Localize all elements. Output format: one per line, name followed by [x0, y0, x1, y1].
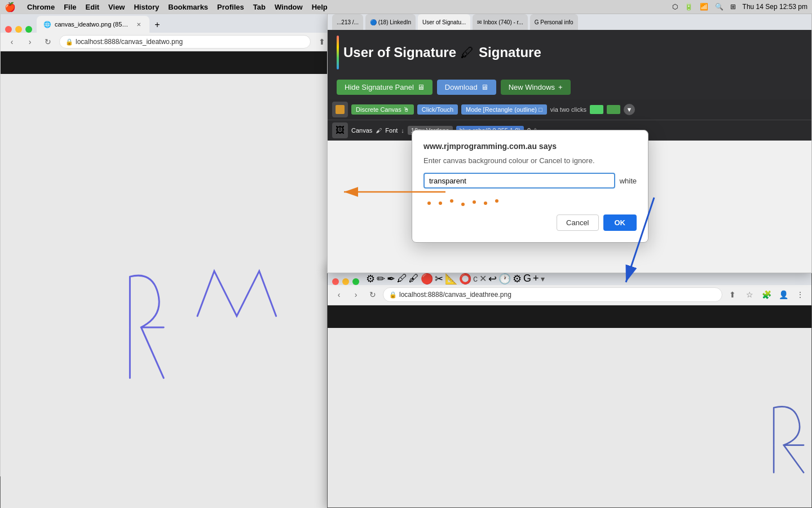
newwindow-btn-label: New Windows: [509, 83, 555, 91]
tab-bar-2: ...213 /... 🔵 (18) LinkedIn User of Sign…: [328, 14, 811, 30]
dialog-ok-button[interactable]: OK: [603, 214, 637, 231]
browser3-tab-icons: ⚙ ✏ ✒ 🖊 🖋 🔴 ✂ 📐 ⭕ c ✕ ↩ 🕐 ⚙ G + ▾: [366, 273, 807, 285]
canvas-logo: 🖼: [332, 122, 348, 138]
download-btn-icon: 🖥: [481, 83, 488, 91]
tab-inbox[interactable]: ✉ Inbox (740) - r...: [473, 14, 527, 30]
apple-menu[interactable]: 🍎: [5, 2, 16, 12]
svg-point-5: [484, 202, 487, 205]
menu-button-3[interactable]: ⋮: [793, 288, 807, 301]
tool-mode-c[interactable]: c: [473, 274, 478, 284]
signature-subtitle: Signature: [479, 45, 541, 60]
tool-icon-history[interactable]: 🕐: [498, 273, 511, 285]
menu-bookmarks[interactable]: Bookmarks: [168, 3, 208, 11]
bluetooth-icon: ⬡: [672, 3, 678, 11]
menu-profiles[interactable]: Profiles: [217, 3, 244, 11]
menu-view[interactable]: View: [108, 3, 125, 11]
maximize-traffic-light[interactable]: [25, 26, 32, 33]
new-tab-button[interactable]: +: [149, 17, 165, 33]
tool-mode-x[interactable]: ✕: [479, 273, 487, 284]
close-btn-3[interactable]: [332, 278, 339, 285]
tool-icon-3[interactable]: ✒: [387, 273, 395, 285]
canvas-label: Canvas: [351, 127, 372, 134]
forward-button-3[interactable]: ›: [349, 288, 363, 301]
wifi-icon: 📶: [700, 3, 708, 11]
reload-button[interactable]: ↻: [41, 35, 55, 49]
dialog-input-field[interactable]: [423, 173, 615, 189]
tool-icon-1[interactable]: ⚙: [366, 273, 375, 285]
menu-help[interactable]: Help: [312, 3, 328, 11]
address-bar-1[interactable]: 🔒 localhost:8888/canvas_ideatwo.png: [59, 35, 311, 49]
download-button[interactable]: Download 🖥: [437, 80, 496, 95]
tool-icon-4[interactable]: 🖊: [397, 273, 407, 284]
signature-color-bar: [337, 36, 339, 69]
browser-window-3: ⚙ ✏ ✒ 🖊 🖋 🔴 ✂ 📐 ⭕ c ✕ ↩ 🕐 ⚙ G + ▾ ‹ ›: [327, 264, 812, 508]
maximize-btn-3[interactable]: [352, 278, 359, 285]
hide-signature-panel-button[interactable]: Hide Signature Panel 🖥: [337, 80, 433, 95]
control-center-icon[interactable]: ⊞: [730, 3, 736, 11]
canvas-area-3: [328, 305, 811, 507]
svg-point-2: [450, 199, 453, 203]
dots-svg: [423, 196, 626, 210]
tool-expand[interactable]: ▾: [541, 274, 545, 283]
back-button[interactable]: ‹: [5, 35, 19, 49]
hide-btn-label: Hide Signature Panel: [345, 83, 414, 91]
dialog-box: www.rjmprogramming.com.au says Enter can…: [412, 130, 648, 243]
canvas-icon: [332, 102, 348, 117]
svg-point-6: [495, 199, 498, 203]
color-swatch-green: [590, 105, 603, 114]
minimize-traffic-light[interactable]: [15, 26, 22, 33]
tab-personal[interactable]: G Personal info: [530, 14, 578, 30]
dropdown-button[interactable]: ▼: [624, 104, 635, 115]
via-two-clicks-label: via two clicks: [550, 106, 586, 113]
search-icon[interactable]: 🔍: [715, 3, 723, 11]
address-bar-3[interactable]: 🔒 localhost:8888/canvas_ideathree.png: [383, 287, 722, 302]
hide-btn-icon: 🖥: [417, 83, 425, 91]
tab-213[interactable]: ...213 /...: [332, 14, 363, 30]
extensions-button-3[interactable]: 🧩: [760, 288, 773, 301]
tool-icon-7[interactable]: ✂: [435, 273, 443, 285]
click-touch-button[interactable]: Click/Touch: [417, 104, 458, 115]
minimize-btn-3[interactable]: [342, 278, 349, 285]
back-button-3[interactable]: ‹: [332, 288, 346, 301]
download-btn-label: Download: [445, 83, 478, 91]
tool-icon-back[interactable]: ↩: [488, 273, 497, 285]
tool-icon-settings[interactable]: ⚙: [513, 273, 522, 285]
font-label: Font: [385, 127, 398, 134]
canvas3-drawing[interactable]: [328, 328, 811, 507]
close-traffic-light[interactable]: [5, 26, 12, 33]
menu-window[interactable]: Window: [275, 3, 303, 11]
tool-add-button[interactable]: +: [533, 273, 539, 284]
tool-icon-6[interactable]: 🔴: [421, 273, 433, 285]
menu-edit[interactable]: Edit: [86, 3, 100, 11]
menu-chrome[interactable]: Chrome: [27, 3, 55, 11]
browser1-active-tab[interactable]: 🌐 canvas_ideatwo.png (850×60 ✕: [37, 16, 149, 33]
bookmark-button-3[interactable]: ☆: [743, 288, 756, 301]
tool-icon-5[interactable]: 🖋: [409, 273, 419, 284]
signature-header: User of Signature 🖊 Signature: [328, 30, 811, 75]
forward-button[interactable]: ›: [23, 35, 37, 49]
tool-icon-9[interactable]: ⭕: [459, 273, 471, 285]
tab-linkedin[interactable]: 🔵 (18) LinkedIn: [365, 14, 416, 30]
discrete-canvas-label: Discrete Canvas: [356, 106, 401, 113]
profile-button-3[interactable]: 👤: [776, 288, 790, 301]
new-windows-button[interactable]: New Windows +: [501, 80, 571, 95]
reload-button-3[interactable]: ↻: [366, 288, 379, 301]
tab-close-button[interactable]: ✕: [134, 20, 143, 29]
menu-tab[interactable]: Tab: [253, 3, 266, 11]
menu-file[interactable]: File: [64, 3, 76, 11]
tab-user-signature[interactable]: User of Signatu...: [418, 14, 470, 30]
discrete-canvas-button[interactable]: Discrete Canvas 🖱: [351, 104, 414, 115]
share-button-3[interactable]: ⬆: [726, 288, 739, 301]
mode-button[interactable]: Mode [Rectangle (outline) □: [461, 104, 547, 115]
menubar: 🍎 Chrome File Edit View History Bookmark…: [0, 0, 812, 14]
tool-icon-google[interactable]: G: [523, 273, 531, 284]
tool-icon-8[interactable]: 📐: [445, 273, 457, 285]
menu-history[interactable]: History: [134, 3, 159, 11]
dialog-cancel-button[interactable]: Cancel: [557, 214, 598, 231]
nav-bar-3: ‹ › ↻ 🔒 localhost:8888/canvas_ideathree.…: [328, 285, 811, 305]
tool-icon-2[interactable]: ✏: [377, 273, 385, 285]
signature-icon: 🖊: [461, 45, 474, 60]
url-text-3: localhost:8888/canvas_ideathree.png: [399, 291, 511, 299]
svg-point-3: [461, 203, 465, 206]
svg-point-4: [473, 200, 476, 204]
